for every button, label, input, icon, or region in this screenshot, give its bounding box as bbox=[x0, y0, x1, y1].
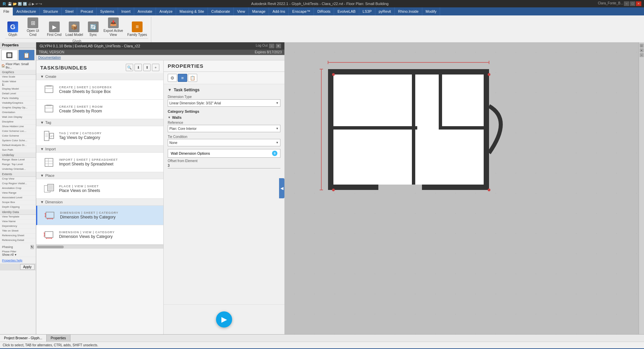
tag-section-header[interactable]: ▼ Tag bbox=[36, 119, 163, 126]
glyph-label: Glyph bbox=[8, 33, 17, 37]
offset-input[interactable] bbox=[168, 163, 280, 168]
phasing-btn[interactable]: ↻ bbox=[31, 245, 34, 249]
log-out-link[interactable]: Log Out bbox=[256, 44, 268, 48]
svg-rect-39 bbox=[328, 69, 333, 190]
ribbon-item-first-cmd[interactable]: ▶ First Cmd bbox=[46, 21, 63, 38]
run-button-area: ▶ bbox=[164, 304, 284, 334]
settings-btn[interactable]: ⚙ bbox=[168, 74, 177, 82]
task-settings-chevron-icon[interactable]: ▼ bbox=[168, 88, 172, 92]
svg-point-56 bbox=[488, 189, 490, 191]
task-item-scopebox[interactable]: CREATE | SHEET | SCOPEBOX Create Sheets … bbox=[36, 80, 163, 100]
export-props-btn[interactable]: 📋 bbox=[188, 74, 197, 82]
run-button[interactable]: ▶ bbox=[216, 311, 232, 328]
dimension-type-label: Dimension Type bbox=[168, 95, 280, 99]
ribbon-tab-manage[interactable]: Manage bbox=[249, 7, 269, 15]
walls-label: Walls bbox=[172, 115, 181, 119]
view-scale-row: View Scale bbox=[0, 75, 36, 80]
create-section-header[interactable]: ▼ Create bbox=[36, 73, 163, 80]
task-item-import-sheet[interactable]: IMPORT | SHEET | SPREADSHEET Import Shee… bbox=[36, 153, 163, 172]
add-button[interactable]: + bbox=[152, 64, 159, 71]
ribbon-item-open-ui[interactable]: ⊞ Open Ui Cmd bbox=[21, 17, 44, 38]
glyph-minimize-btn[interactable]: − bbox=[269, 44, 274, 48]
import-section-header[interactable]: ▼ Import bbox=[36, 146, 163, 153]
props-help-row: Properties help bbox=[0, 257, 36, 263]
project-browser-tab[interactable]: Project Browser - Glyph... bbox=[0, 335, 47, 342]
ribbon-tab-insert[interactable]: Insert bbox=[118, 7, 135, 15]
properties-help-link[interactable]: Properties help bbox=[2, 259, 22, 262]
ribbon-item-family-types[interactable]: ≡ Family Types bbox=[126, 21, 149, 38]
tag-view-category: TAG | VIEW | CATEGORY bbox=[59, 132, 159, 135]
ribbon-tab-architecture[interactable]: Architecture bbox=[13, 7, 40, 15]
zoom-fit-btn[interactable]: □ bbox=[640, 44, 644, 48]
maximize-button[interactable]: □ bbox=[630, 1, 635, 6]
ribbon-item-export[interactable]: 📤 Export Active View bbox=[102, 17, 125, 38]
apply-button[interactable]: Apply bbox=[20, 264, 35, 270]
ribbon-item-load-model[interactable]: 📦 Load Model bbox=[64, 21, 84, 38]
task-item-room[interactable]: CREATE | SHEET | ROOM Create Sheets by R… bbox=[36, 100, 163, 119]
zoom-out-btn[interactable]: − bbox=[640, 53, 644, 57]
task-settings-btn[interactable]: ≡ bbox=[178, 74, 187, 82]
dimension-chevron-icon: ▼ bbox=[40, 200, 44, 204]
search-button[interactable]: 🔍 bbox=[126, 64, 133, 71]
download-button[interactable]: ⬇ bbox=[135, 64, 142, 71]
family-types-label: Family Types bbox=[127, 33, 147, 37]
sys-color-scheme-row: System Color Sche... bbox=[0, 139, 36, 143]
project-browser-tabs: Project Browser - Glyph... Properties bbox=[0, 334, 644, 342]
ribbon-tab-ls3p[interactable]: LS3P bbox=[359, 7, 375, 15]
upload-button[interactable]: ⬆ bbox=[143, 64, 151, 71]
import-sheet-name: Import Sheets by Spreadsheet bbox=[59, 162, 159, 166]
zoom-in-btn[interactable]: + bbox=[640, 48, 644, 52]
type-props-btn[interactable]: 📋 bbox=[18, 50, 35, 60]
ribbon-tab-file[interactable]: File bbox=[0, 7, 13, 15]
place-view-name: Place Views on Sheets bbox=[59, 188, 159, 193]
view-range-row: View Range bbox=[0, 191, 36, 196]
phasing-label: Phasing bbox=[2, 245, 13, 249]
glyph-close-btn[interactable]: ✕ bbox=[276, 44, 281, 48]
place-chevron-icon: ▼ bbox=[40, 173, 44, 178]
glyph-collapse-btn[interactable]: ◀ bbox=[279, 178, 284, 198]
ribbon-tab-structure[interactable]: Structure bbox=[40, 7, 62, 15]
ribbon-tab-steel[interactable]: Steel bbox=[62, 7, 77, 15]
place-section-header[interactable]: ▼ Place bbox=[36, 172, 163, 179]
ribbon-tab-modify[interactable]: Modify bbox=[422, 7, 440, 15]
ribbon-tab-add-ins[interactable]: Add-Ins bbox=[269, 7, 289, 15]
properties-tab[interactable]: Properties bbox=[47, 335, 70, 342]
task-item-dim-view[interactable]: DIMENSION | VIEW | CATEGORY Dimension Vi… bbox=[36, 225, 163, 245]
reference-select[interactable]: Plan: Core Interior ▼ bbox=[168, 125, 280, 132]
ribbon-item-glyph[interactable]: G Glyph bbox=[5, 21, 20, 38]
close-button[interactable]: ✕ bbox=[636, 1, 641, 6]
ribbon-tab-pyrevit[interactable]: pyRevit bbox=[375, 7, 395, 15]
color-scheme-row: Color Scheme bbox=[0, 134, 36, 139]
instance-props-btn[interactable]: 🔲 bbox=[1, 50, 18, 60]
ribbon-item-sync[interactable]: 🔄 Sync bbox=[86, 21, 101, 38]
documentation-link[interactable]: Documentation bbox=[38, 56, 61, 59]
dim-view-icon bbox=[43, 229, 55, 241]
ribbon-tab-view[interactable]: View bbox=[234, 7, 249, 15]
ribbon-tab-massing---site[interactable]: Massing & Site bbox=[176, 7, 208, 15]
dimension-type-select[interactable]: Linear Dimension Style: 3/32" Arial ▼ bbox=[168, 99, 280, 107]
ribbon-tab-rhino-inside[interactable]: Rhino.Inside bbox=[395, 7, 422, 15]
walls-chevron-icon[interactable]: ▼ bbox=[168, 116, 171, 119]
tasks-scrollbar[interactable] bbox=[36, 245, 163, 249]
glyph-header-text: GLYPH 0.1.10 Beta | EvolveLAB Glyph_Unit… bbox=[40, 44, 140, 48]
dimension-section-header[interactable]: ▼ Dimension bbox=[36, 199, 163, 206]
ribbon-tab-systems[interactable]: Systems bbox=[97, 7, 118, 15]
dim-view-name: Dimension Views by Category bbox=[59, 234, 159, 239]
ribbon-tab-diroots[interactable]: DiRoots bbox=[314, 7, 334, 15]
tie-condition-select[interactable]: None ▼ bbox=[168, 139, 280, 146]
wall-dimension-options[interactable]: Wall Dimension Options 0 bbox=[168, 149, 280, 158]
ribbon-tab-evolvelab[interactable]: EvolveLAB bbox=[334, 7, 359, 15]
ribbon-tab-annotate[interactable]: Annotate bbox=[134, 7, 156, 15]
scopebox-category: CREATE | SHEET | SCOPEBOX bbox=[59, 86, 159, 89]
minimize-button[interactable]: − bbox=[624, 1, 629, 6]
task-item-place-view[interactable]: PLACE | VIEW | SHEET Place Views on Shee… bbox=[36, 179, 163, 199]
ribbon-tab-analyze[interactable]: Analyze bbox=[156, 7, 176, 15]
task-item-dim-sheet[interactable]: DIMENSION | SHEET | CATEGORY Dimension S… bbox=[36, 206, 163, 225]
task-item-tag-view[interactable]: 🏷 TAG | VIEW | CATEGORY Tag Views by Cat… bbox=[36, 126, 163, 146]
dim-view-text: DIMENSION | VIEW | CATEGORY Dimension Vi… bbox=[59, 231, 159, 239]
create-section-label: Create bbox=[45, 74, 56, 79]
ribbon-tab-collaborate[interactable]: Collaborate bbox=[208, 7, 234, 15]
ribbon-tab-precast[interactable]: Precast bbox=[77, 7, 97, 15]
tasks-toolbar: 🔍 ⬇ ⬆ + bbox=[126, 64, 159, 71]
ribbon-tab-enscape-[interactable]: Enscape™ bbox=[289, 7, 314, 15]
